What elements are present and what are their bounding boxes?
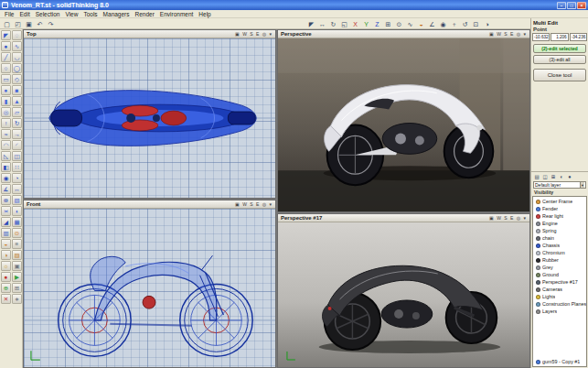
viewport-perspective-17-canvas[interactable]	[278, 222, 529, 367]
edit-all-button[interactable]: (3)-edit all	[533, 55, 586, 64]
tool-mirror[interactable]: ◧	[1, 162, 11, 172]
pan-tool-icon[interactable]: ＋	[449, 19, 459, 28]
tool-physics[interactable]: ⊕	[1, 283, 11, 293]
point-z-field[interactable]: -34.236	[570, 33, 587, 41]
orbit-tool-icon[interactable]: ↺	[460, 19, 470, 28]
redo-icon[interactable]: ↷	[46, 19, 56, 28]
point-y-field[interactable]: 1.206	[551, 33, 568, 41]
angle-snap-icon[interactable]: ∠	[427, 19, 437, 28]
select-tool-icon[interactable]: ◤	[306, 19, 316, 28]
tree-item-rear-light[interactable]: Rear light	[533, 212, 586, 220]
save-file-icon[interactable]: ▣	[24, 19, 34, 28]
rotate-tool-icon[interactable]: ↻	[328, 19, 338, 28]
viewport-top-header[interactable]: Top ▣ W S E ◎ ▾	[24, 30, 275, 38]
layer-dropdown[interactable]: Default layer ▾	[533, 181, 586, 189]
tool-lasso[interactable]: ◌	[12, 30, 22, 40]
tool-arc[interactable]: ◡	[12, 52, 22, 62]
minimize-button[interactable]: –	[557, 2, 566, 9]
tree-item-perspective-17[interactable]: Perspective #17	[533, 278, 586, 286]
viewport-header-icons[interactable]: ▣ W S E ◎ ▾	[235, 31, 273, 37]
tree-item-grey[interactable]: Grey	[533, 264, 586, 271]
axis-z-lock-icon[interactable]: Z	[372, 19, 382, 28]
close-button[interactable]: ×	[577, 2, 586, 9]
viewport-front-header[interactable]: Front ▣ W S E ◎ ▾	[24, 200, 275, 209]
menu-item[interactable]: Managers	[101, 11, 133, 17]
tool-fillet[interactable]: ◜	[12, 140, 22, 150]
shade-mode-icon[interactable]: ◑	[482, 19, 492, 28]
tool-boolean-subtract[interactable]: ◔	[12, 173, 22, 183]
tool-stitch[interactable]: ≍	[1, 206, 11, 216]
browser-columns-icon[interactable]: ◫	[541, 173, 549, 180]
tree-item-construction-planes[interactable]: Construction Planes	[533, 300, 586, 308]
tree-item-chain[interactable]: chain	[533, 234, 586, 242]
tool-select[interactable]: ◤	[1, 30, 11, 40]
tree-item-layers[interactable]: Layers	[533, 308, 586, 315]
chevron-down-icon[interactable]: ▾	[580, 182, 584, 188]
tree-item-cameras[interactable]: Cameras	[533, 286, 586, 293]
tool-camera[interactable]: ▣	[12, 261, 22, 271]
tool-snap[interactable]: ⊙	[12, 228, 22, 238]
tree-item-center-frame[interactable]: Center Frame	[533, 198, 586, 205]
axis-x-lock-icon[interactable]: X	[350, 19, 360, 28]
tool-torus[interactable]: ◎	[1, 107, 11, 117]
new-file-icon[interactable]: ▢	[2, 19, 12, 28]
tool-grid[interactable]: ⊞	[12, 283, 22, 293]
tree-item-lights[interactable]: Lights	[533, 293, 586, 300]
open-file-icon[interactable]: ◰	[13, 19, 23, 28]
tool-revolve[interactable]: ↻	[12, 118, 22, 128]
scale-tool-icon[interactable]: ◱	[339, 19, 349, 28]
curve-snap-icon[interactable]: ∿	[405, 19, 415, 28]
tool-loft[interactable]: ≈	[1, 129, 11, 139]
tool-measure[interactable]: ∡	[1, 184, 11, 194]
maximize-button[interactable]: □	[567, 2, 576, 9]
tool-array[interactable]: ∷	[12, 162, 22, 172]
tool-offset[interactable]: ◫	[12, 151, 22, 161]
tool-circle[interactable]: ○	[1, 63, 11, 73]
tool-line[interactable]: ╱	[1, 52, 11, 62]
menu-item[interactable]: Help	[196, 11, 213, 17]
point-snap-icon[interactable]: ⊙	[394, 19, 404, 28]
menu-item[interactable]: Edit	[16, 11, 32, 17]
tool-sphere[interactable]: ●	[1, 85, 11, 95]
tool-shell[interactable]: ◖	[12, 206, 22, 216]
move-tool-icon[interactable]: ↔	[317, 19, 327, 28]
tool-sweep[interactable]: →	[12, 129, 22, 139]
viewport-top-canvas[interactable]	[24, 38, 275, 198]
browser-materials-icon[interactable]: ●	[566, 173, 573, 180]
viewport-perspective-canvas[interactable]	[278, 38, 529, 211]
tool-ellipse[interactable]: ◯	[12, 63, 22, 73]
tree-item-chromium[interactable]: Chromium	[533, 249, 586, 256]
tree-item-gum59-copy-1[interactable]: gum59 - Copy #1	[533, 358, 586, 365]
browser-filter-icon[interactable]: ◐	[558, 173, 565, 180]
close-tool-button[interactable]: Close tool	[533, 69, 586, 81]
tool-blend[interactable]: ◠	[1, 140, 11, 150]
tool-settings[interactable]: ∗	[12, 294, 22, 304]
zoom-tool-icon[interactable]: ◉	[438, 19, 448, 28]
axis-y-lock-icon[interactable]: Y	[361, 19, 371, 28]
grid-snap-icon[interactable]: ⊞	[383, 19, 393, 28]
browser-expand-icon[interactable]: ⊞	[550, 173, 557, 180]
tool-align[interactable]: ≡	[12, 239, 22, 249]
menu-item[interactable]: Render	[133, 11, 157, 17]
tree-item-ground[interactable]: Ground	[533, 271, 586, 278]
menu-item[interactable]: View	[62, 11, 80, 17]
menu-item[interactable]: File	[2, 11, 16, 17]
undo-icon[interactable]: ↶	[35, 19, 45, 28]
tool-curve[interactable]: ∿	[12, 41, 22, 51]
tool-taper[interactable]: ◢	[1, 217, 11, 227]
tree-item-rubber[interactable]: Rubber	[533, 256, 586, 264]
tool-boolean-union[interactable]: ◉	[1, 173, 11, 183]
menu-item[interactable]: Environment	[157, 11, 197, 17]
tool-animate[interactable]: ▶	[12, 272, 22, 282]
tool-dimension[interactable]: ↔	[12, 184, 22, 194]
tool-polygon[interactable]: ◇	[12, 74, 22, 84]
tool-patch[interactable]: ▧	[12, 195, 22, 205]
tool-group[interactable]: ▦	[12, 217, 22, 227]
browser-list-icon[interactable]: ▤	[533, 173, 540, 180]
tool-ungroup[interactable]: ▥	[1, 228, 11, 238]
tool-render[interactable]: ●	[1, 272, 11, 282]
tool-light[interactable]: ☼	[1, 261, 11, 271]
tool-magnet[interactable]: ◒	[1, 239, 11, 249]
magnet-snap-icon[interactable]: ◒	[416, 19, 426, 28]
viewport-header-icons[interactable]: ▣ W S E ◎ ▾	[489, 215, 527, 221]
